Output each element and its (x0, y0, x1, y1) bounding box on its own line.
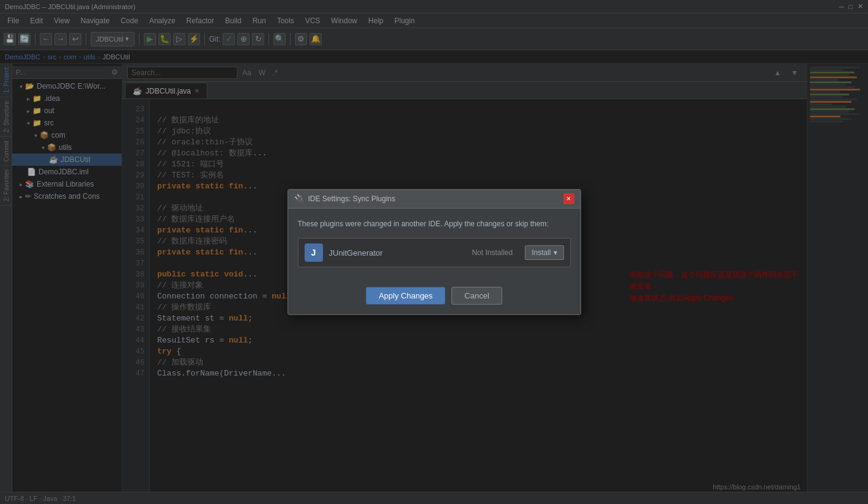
plugin-status: Not Installed (472, 248, 513, 257)
plugin-action-label: Install (532, 248, 551, 257)
cancel-button[interactable]: Cancel (451, 287, 502, 305)
plugin-row: J JUnitGenerator Not Installed Install ▾ (298, 238, 571, 267)
chevron-down-icon: ▾ (554, 248, 557, 257)
modal-footer: Apply Changes Cancel (288, 287, 581, 314)
modal-body: These plugins were changed in another ID… (288, 209, 581, 287)
modal-dialog: 🔌 IDE Settings: Sync Plugins × These plu… (287, 189, 581, 315)
plugin-icon: J (305, 243, 323, 262)
apply-changes-label: Apply Changes (379, 291, 432, 300)
close-x-icon: × (566, 195, 571, 203)
modal-overlay: 🔌 IDE Settings: Sync Plugins × These plu… (0, 0, 868, 504)
plugin-letter: J (311, 248, 316, 258)
plugin-name: JUnitGenerator (329, 248, 466, 258)
modal-message: These plugins were changed in another ID… (298, 218, 571, 229)
apply-changes-button[interactable]: Apply Changes (366, 287, 445, 305)
modal-title-text: IDE Settings: Sync Plugins (308, 195, 396, 203)
modal-title-icon: 🔌 (294, 194, 305, 204)
modal-title-bar: 🔌 IDE Settings: Sync Plugins × (288, 190, 581, 209)
cancel-label: Cancel (464, 291, 489, 300)
modal-close-button[interactable]: × (563, 193, 574, 204)
plugin-install-button[interactable]: Install ▾ (525, 245, 563, 260)
